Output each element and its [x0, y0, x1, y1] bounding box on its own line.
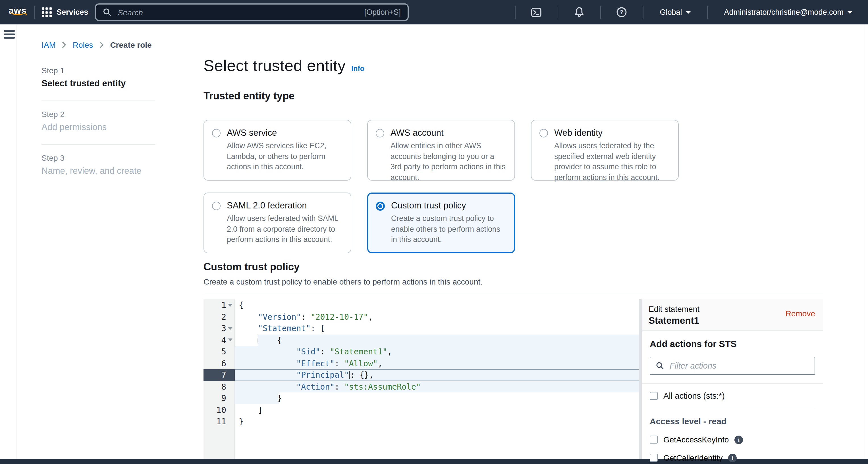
entity-card-web-identity[interactable]: Web identityAllows users federated by th…	[531, 120, 679, 180]
svg-text:?: ?	[620, 9, 624, 15]
editor-code-line: "Effect": "Allow",	[235, 358, 639, 369]
breadcrumb-item-iam[interactable]: IAM	[41, 40, 56, 49]
help-button[interactable]: ?	[608, 0, 635, 25]
entity-card-body: Web identityAllows users federated by th…	[554, 128, 670, 173]
filter-actions-input[interactable]	[669, 361, 809, 371]
step-number: Step 1	[41, 66, 155, 75]
code-token	[239, 394, 277, 403]
services-menu[interactable]: Services	[57, 8, 88, 16]
action-label: GetCallerIdentity	[663, 453, 723, 462]
divider	[600, 5, 600, 19]
editor-code-line: {	[235, 334, 639, 346]
editor-line: 6 "Effect": "Allow",	[204, 358, 639, 369]
breadcrumb-chevron-icon	[62, 41, 66, 48]
notifications-button[interactable]	[565, 0, 593, 25]
fold-toggle[interactable]	[226, 299, 234, 311]
region-selector[interactable]: Global	[651, 0, 700, 25]
left-panel-divider	[16, 25, 17, 459]
custom-policy-description: Create a custom trust policy to enable o…	[204, 277, 823, 286]
checkbox-getcalleridentity[interactable]	[650, 454, 658, 462]
entity-card-aws-account[interactable]: AWS accountAllow entities in other AWS a…	[367, 120, 515, 180]
checkbox-getaccesskeyinfo[interactable]	[650, 436, 658, 443]
entity-type-heading: Trusted entity type	[204, 90, 823, 102]
radio-custom-trust-policy[interactable]	[376, 202, 385, 211]
line-number: 2	[221, 312, 226, 322]
editor-line-gutter: 10	[204, 404, 235, 416]
editor-line: 2 "Version": "2012-10-17",	[204, 311, 639, 323]
entity-card-title: AWS account	[391, 128, 506, 138]
entity-card-title: Web identity	[554, 128, 670, 138]
search-input[interactable]	[117, 7, 359, 17]
code-token: }	[239, 417, 244, 426]
info-icon[interactable]: i	[728, 454, 737, 462]
entity-card-description: Allow AWS services like EC2, Lambda, or …	[227, 141, 343, 172]
all-actions-checkbox[interactable]	[650, 392, 658, 400]
fold-arrow-icon	[228, 327, 232, 330]
code-token: :	[320, 347, 330, 356]
top-navigation-bar: aws Services [Option+S]	[0, 0, 868, 25]
code-token: : [	[311, 324, 325, 333]
code-token: {	[239, 300, 244, 309]
entity-card-body: SAML 2.0 federationAllow users federated…	[227, 200, 343, 245]
radio-saml-2-0-federation[interactable]	[212, 202, 221, 210]
line-number: 8	[221, 382, 226, 391]
editor-line: 3 "Statement": [	[204, 323, 639, 334]
entity-card-aws-service[interactable]: AWS serviceAllow AWS services like EC2, …	[204, 120, 351, 180]
search-icon	[656, 362, 664, 370]
cloudshell-button[interactable]	[523, 0, 550, 25]
entity-card-title: AWS service	[227, 128, 343, 138]
filter-actions-box[interactable]	[650, 357, 815, 375]
fold-toggle[interactable]	[226, 334, 234, 346]
json-policy-editor[interactable]: 1{2 "Version": "2012-10-17",3 "Statement…	[204, 299, 639, 459]
code-token: :	[335, 359, 344, 368]
info-icon[interactable]: i	[735, 435, 743, 444]
line-number: 1	[221, 301, 226, 310]
account-menu[interactable]: Administrator/christine@mode.com	[715, 0, 861, 25]
all-actions-label: All actions (sts:*)	[663, 391, 725, 400]
editor-code-line: "Sid": "Statement1",	[235, 346, 639, 358]
editor-code-line: }	[235, 416, 639, 427]
fold-toggle[interactable]	[226, 323, 234, 334]
step-number: Step 2	[41, 110, 155, 119]
wizard-step-1[interactable]: Step 1Select trusted entity	[41, 64, 155, 101]
fold-spacer	[226, 404, 234, 416]
code-token: ,	[388, 347, 392, 356]
line-number: 5	[221, 347, 226, 356]
editor-line-gutter: 2	[204, 311, 235, 323]
radio-aws-account[interactable]	[376, 129, 384, 137]
entity-card-custom-trust-policy[interactable]: Custom trust policyCreate a custom trust…	[367, 193, 515, 253]
bell-icon	[574, 7, 584, 18]
editor-code-line: ]	[235, 404, 639, 416]
services-grid-icon[interactable]	[42, 7, 52, 17]
editor-code-line: }	[235, 392, 639, 404]
radio-aws-service[interactable]	[212, 129, 221, 137]
fold-spacer	[226, 358, 234, 369]
side-menu-toggle[interactable]	[4, 30, 15, 39]
code-token	[239, 335, 277, 344]
editor-line: 1{	[204, 299, 639, 311]
actions-list: GetAccessKeyInfoiGetCallerIdentityiGetFe…	[650, 435, 815, 464]
editor-line-gutter: 11	[204, 416, 235, 427]
line-number: 6	[221, 359, 226, 368]
statement-panel-header: Edit statement Statement1 Remove	[642, 299, 823, 331]
edit-statement-panel: Edit statement Statement1 Remove Add act…	[642, 299, 823, 459]
code-token	[239, 347, 296, 356]
divider	[707, 5, 707, 19]
entity-card-saml-2-0-federation[interactable]: SAML 2.0 federationAllow users federated…	[204, 193, 351, 253]
global-search[interactable]: [Option+S]	[95, 3, 409, 21]
fold-arrow-icon	[228, 304, 232, 307]
fold-arrow-icon	[228, 339, 232, 342]
divider	[650, 408, 815, 408]
remove-statement-button[interactable]: Remove	[785, 309, 815, 318]
breadcrumb-item-roles[interactable]: Roles	[73, 40, 93, 49]
code-token	[239, 324, 258, 333]
radio-web-identity[interactable]	[539, 129, 548, 137]
editor-code-line: {	[235, 299, 639, 311]
info-link[interactable]: Info	[351, 65, 364, 73]
page-title: Select trusted entity	[204, 57, 346, 75]
action-label: GetAccessKeyInfo	[663, 435, 729, 444]
cloudshell-icon	[531, 7, 542, 17]
code-token: {	[277, 335, 282, 344]
divider	[515, 5, 515, 19]
policy-editor-region: 1{2 "Version": "2012-10-17",3 "Statement…	[204, 299, 823, 459]
